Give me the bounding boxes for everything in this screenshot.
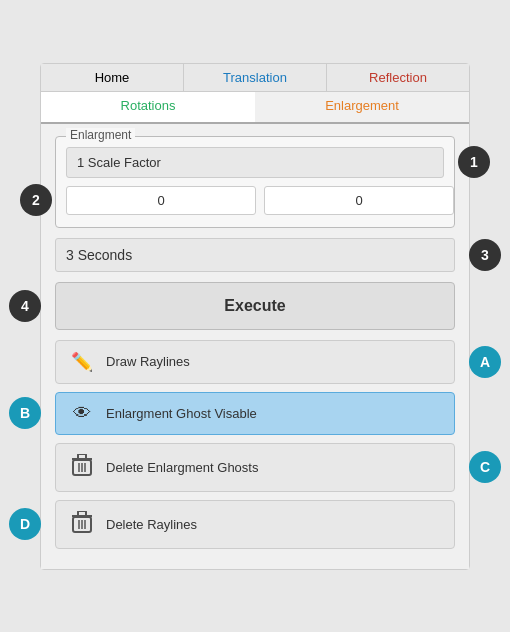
badge-2: 2 (20, 184, 52, 216)
draw-raylines-label: Draw Raylines (106, 354, 190, 369)
execute-button[interactable]: Execute (55, 282, 455, 330)
tab-reflection[interactable]: Reflection (327, 64, 469, 91)
badge-4: 4 (9, 290, 41, 322)
y-input[interactable] (264, 186, 454, 215)
ghost-visible-button[interactable]: 👁 Enlargment Ghost Visable (55, 392, 455, 435)
x-input[interactable] (66, 186, 256, 215)
scale-factor-text: 1 Scale Factor (77, 155, 161, 170)
delete-ghosts-button[interactable]: Delete Enlargment Ghosts (55, 443, 455, 492)
ghost-visible-label: Enlargment Ghost Visable (106, 406, 257, 421)
seconds-text: 3 Seconds (66, 247, 132, 263)
trash-icon-1 (70, 454, 94, 481)
badge-B: B (9, 397, 41, 429)
seconds-field[interactable]: 3 Seconds (55, 238, 455, 272)
draw-raylines-row: ✏️ Draw Raylines A (55, 340, 455, 384)
svg-rect-8 (78, 511, 86, 516)
draw-raylines-button[interactable]: ✏️ Draw Raylines (55, 340, 455, 384)
number-inputs-row: 2 (66, 186, 444, 215)
tab-home[interactable]: Home (41, 64, 184, 91)
scale-row: 1 Scale Factor 1 (66, 147, 444, 178)
ghost-visible-row: B 👁 Enlargment Ghost Visable (55, 392, 455, 435)
delete-raylines-row: D Delete Raylines (55, 500, 455, 549)
enlargment-group: Enlargment 1 Scale Factor 1 2 (55, 136, 455, 228)
tabs-row2: Rotations Enlargement (41, 92, 469, 124)
badge-1: 1 (458, 146, 490, 178)
pencil-icon: ✏️ (70, 351, 94, 373)
badge-3: 3 (469, 239, 501, 271)
tab-rotations[interactable]: Rotations (41, 92, 255, 122)
group-label: Enlargment (66, 128, 135, 142)
tab-translation[interactable]: Translation (184, 64, 327, 91)
delete-raylines-label: Delete Raylines (106, 517, 197, 532)
delete-ghosts-row: Delete Enlargment Ghosts C (55, 443, 455, 492)
number-inputs (66, 186, 444, 215)
delete-raylines-button[interactable]: Delete Raylines (55, 500, 455, 549)
enlargment-section: Enlargment 1 Scale Factor 1 2 (55, 136, 455, 549)
badge-D: D (9, 508, 41, 540)
panel-body: Enlargment 1 Scale Factor 1 2 (41, 124, 469, 569)
tabs-row1: Home Translation Reflection (41, 64, 469, 92)
scale-factor-field[interactable]: 1 Scale Factor (66, 147, 444, 178)
delete-ghosts-label: Delete Enlargment Ghosts (106, 460, 258, 475)
eye-icon: 👁 (70, 403, 94, 424)
trash-icon-2 (70, 511, 94, 538)
seconds-row: 3 Seconds 3 (55, 238, 455, 272)
execute-row: 4 Execute (55, 282, 455, 330)
badge-C: C (469, 451, 501, 483)
badge-A: A (469, 346, 501, 378)
main-panel: Home Translation Reflection Rotations En… (40, 63, 470, 570)
svg-rect-2 (78, 454, 86, 459)
tab-enlargement[interactable]: Enlargement (255, 92, 469, 122)
